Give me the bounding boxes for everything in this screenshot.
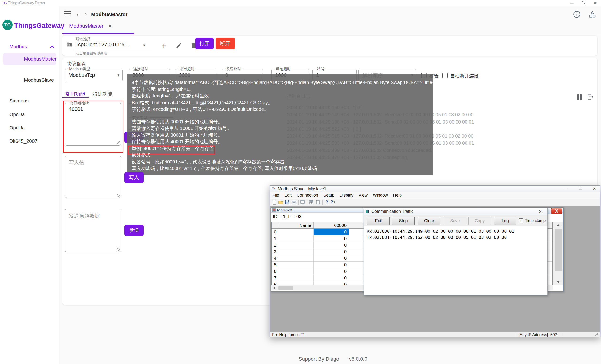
resize-grip-icon[interactable] — [117, 248, 120, 251]
value-cell[interactable]: 0 — [314, 275, 349, 281]
child-close-button[interactable]: X — [551, 208, 562, 214]
stop-button[interactable]: Stop — [392, 217, 415, 225]
export-log-icon[interactable] — [586, 93, 594, 101]
slave-maximize-icon[interactable] — [576, 186, 584, 191]
channel-select-value[interactable]: TcpClient-127.0.0.1:5... — [76, 41, 129, 48]
send-button[interactable]: 发送 — [124, 225, 144, 236]
name-cell[interactable] — [279, 229, 314, 235]
sidebar-item-opcua[interactable]: OpcUa — [9, 125, 25, 131]
value-cell[interactable]: 0 — [314, 248, 349, 255]
traffic-tx-line: Tx:027831-10:44:29.152-00 02 00 00 00 05… — [367, 235, 507, 240]
value-cell[interactable]: 0 — [314, 268, 349, 275]
value-cell-selected[interactable]: 0 — [314, 229, 349, 235]
name-cell[interactable] — [279, 268, 314, 275]
exit-button[interactable]: Exit — [367, 217, 390, 225]
modbus-type-select[interactable]: Modbus类型 ModbusTcp ▾ — [65, 69, 122, 81]
registers-view-icon[interactable] — [309, 200, 314, 205]
row-index: 5 — [272, 262, 279, 268]
footer: Support By Diegov5.0.0.0 — [299, 356, 377, 362]
slave-minimize-icon[interactable]: – — [562, 186, 570, 191]
scrollbar-thumb[interactable] — [279, 286, 293, 290]
modbus-type-value: ModbusTcp — [69, 72, 95, 78]
open-file-icon[interactable] — [278, 200, 284, 205]
menu-view[interactable]: View — [356, 192, 370, 199]
resize-grip-icon[interactable] — [117, 194, 120, 197]
minimize-window-icon[interactable]: — — [568, 0, 575, 6]
scroll-down-icon[interactable] — [553, 279, 563, 285]
communication-traffic-dialog[interactable]: Communication Traffic X Exit Stop Clear … — [364, 208, 548, 295]
info-icon[interactable] — [573, 10, 581, 19]
value-cell[interactable]: 0 — [314, 281, 349, 285]
sidebar-item-modbusmaster-label[interactable]: ModbusMaster — [24, 56, 57, 62]
restore-window-icon[interactable] — [580, 0, 587, 6]
help-icon[interactable]: ? — [324, 200, 330, 205]
name-cell[interactable] — [279, 281, 314, 285]
traffic-close-icon[interactable]: X — [539, 209, 542, 214]
value-cell[interactable]: 0 — [314, 262, 349, 268]
context-help-icon[interactable]: ?↖ — [331, 200, 336, 205]
timestamp-checkbox[interactable]: ✓ — [519, 218, 523, 223]
print-icon[interactable] — [291, 200, 297, 205]
write-button[interactable]: 写入 — [124, 172, 144, 183]
menu-help[interactable]: Help — [391, 192, 404, 199]
name-cell[interactable] — [279, 242, 314, 248]
menu-file[interactable]: File — [270, 192, 282, 199]
menu-connection[interactable]: Connection — [294, 192, 321, 199]
menu-display[interactable]: Display — [337, 192, 356, 199]
tab-modbusmaster[interactable]: ModbusMaster — [69, 23, 103, 29]
sidebar-item-siemens[interactable]: Siemens — [9, 98, 29, 103]
tooltip-line: 输入寄存器使用从 30001 开始的地址编号。 — [132, 132, 428, 139]
coils-view-icon[interactable] — [315, 200, 321, 205]
chevron-down-icon[interactable]: ▾ — [143, 43, 145, 48]
modbus-slave-window[interactable]: Modbus Slave - Mbslave1 – X File Edit Co… — [270, 185, 600, 337]
scroll-left-icon[interactable] — [271, 285, 278, 291]
tab-common-functions[interactable]: 常用功能 — [65, 91, 85, 97]
menu-edit[interactable]: Edit — [282, 192, 294, 199]
auto-disconnect-checkbox[interactable] — [442, 73, 448, 78]
name-cell[interactable] — [279, 262, 314, 268]
tab-close-icon[interactable]: × — [109, 23, 111, 29]
tooltip-line: 字符串长度: stringLength=1。 — [132, 86, 428, 93]
name-cell[interactable] — [279, 248, 314, 255]
edit-channel-icon[interactable] — [176, 42, 182, 50]
send-raw-input[interactable] — [65, 209, 121, 252]
child-window-title: Mbslave1 — [277, 208, 294, 212]
open-button[interactable]: 打开 — [195, 38, 214, 49]
components-shapes-icon[interactable] — [588, 10, 597, 19]
vertical-scrollbar[interactable] — [553, 222, 563, 285]
value-cell[interactable]: 0 — [314, 255, 349, 262]
slave-title-bar[interactable]: Modbus Slave - Mbslave1 – X — [270, 185, 600, 192]
slave-close-icon[interactable]: X — [591, 186, 598, 191]
scrollbar-thumb[interactable] — [554, 229, 562, 271]
clear-button[interactable]: Clear — [418, 217, 441, 225]
value-cell[interactable]: 0 — [314, 242, 349, 248]
sidebar-item-modbus[interactable]: Modbus — [9, 44, 27, 50]
back-arrow-icon[interactable]: ← — [76, 10, 82, 18]
footer-version: v5.0.0.0 — [349, 356, 367, 362]
sidebar-item-opcda[interactable]: OpcDa — [9, 111, 25, 117]
menu-setup[interactable]: Setup — [321, 192, 337, 199]
display-setup-icon[interactable] — [300, 200, 306, 205]
status-separator — [563, 332, 563, 337]
log-button[interactable]: Log — [494, 217, 517, 225]
resize-grip-icon[interactable] — [595, 333, 598, 336]
traffic-title-bar[interactable]: Communication Traffic X — [364, 208, 548, 215]
write-value-input[interactable] — [65, 156, 121, 198]
scroll-up-icon[interactable] — [553, 222, 563, 229]
add-channel-icon[interactable]: + — [161, 41, 166, 50]
disconnect-button[interactable]: 断开 — [216, 38, 235, 49]
name-cell[interactable] — [279, 275, 314, 281]
new-file-icon[interactable] — [272, 200, 277, 205]
close-window-icon[interactable]: × — [592, 0, 599, 6]
document-icon — [272, 208, 276, 213]
hamburger-menu-icon[interactable] — [64, 11, 71, 16]
menu-window[interactable]: Window — [370, 192, 391, 199]
sidebar-item-dlt645[interactable]: Dlt645_2007 — [9, 138, 37, 144]
tab-special-functions[interactable]: 特殊功能 — [93, 91, 112, 97]
pause-log-icon[interactable] — [577, 94, 583, 100]
name-cell[interactable] — [279, 255, 314, 262]
save-icon[interactable] — [285, 200, 290, 205]
name-cell[interactable] — [279, 235, 314, 242]
sidebar-item-modbusslave[interactable]: ModbusSlave — [24, 77, 54, 83]
value-cell[interactable]: 0 — [314, 235, 349, 242]
